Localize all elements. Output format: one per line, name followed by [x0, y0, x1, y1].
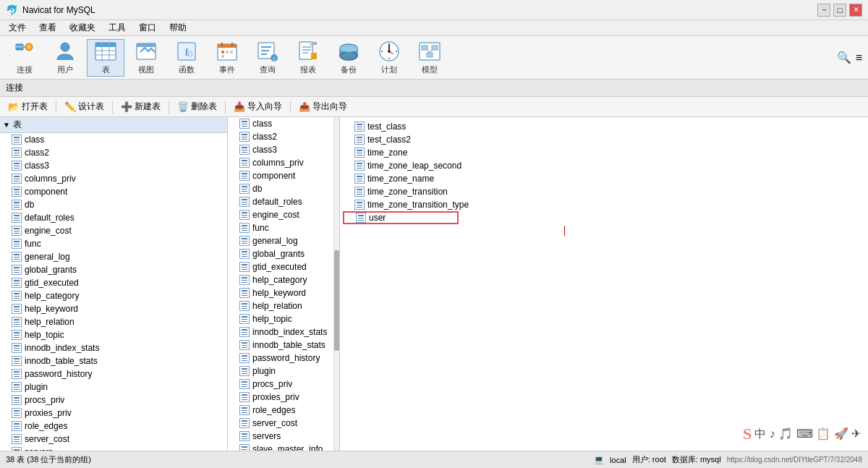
user-table-item[interactable]: user	[343, 211, 459, 224]
table-item-icon	[354, 200, 365, 210]
open-table-button[interactable]: 📂 打开表	[3, 99, 53, 115]
list-item[interactable]: role_edges	[228, 404, 339, 417]
list-item[interactable]: time_zone_name	[343, 172, 459, 185]
maximize-button[interactable]: □	[833, 4, 846, 17]
list-item[interactable]: time_zone	[343, 146, 459, 159]
toolbar-event[interactable]: 事件	[208, 39, 246, 77]
list-item[interactable]: class2	[228, 130, 339, 143]
list-item[interactable]: global_grants	[0, 263, 227, 276]
list-item[interactable]: general_log	[228, 234, 339, 247]
list-item[interactable]: class	[228, 117, 339, 130]
filter-button[interactable]: ≡	[856, 51, 862, 64]
titlebar-controls[interactable]: － □ ✕	[817, 4, 862, 17]
menu-tools[interactable]: 工具	[103, 20, 132, 35]
toolbar-func[interactable]: f () 函数	[168, 39, 205, 77]
list-item[interactable]: innodb_table_stats	[228, 339, 339, 352]
list-item[interactable]: class2	[0, 146, 227, 159]
menu-view[interactable]: 查看	[33, 20, 62, 35]
list-item[interactable]: db	[0, 198, 227, 211]
search-button[interactable]: 🔍	[837, 51, 851, 64]
list-item[interactable]: test_class	[343, 120, 459, 133]
list-item[interactable]: help_keyword	[0, 302, 227, 315]
list-item[interactable]: server_cost	[0, 433, 227, 446]
list-item[interactable]: columns_priv	[228, 156, 339, 169]
list-item[interactable]: default_roles	[228, 195, 339, 208]
list-item[interactable]: db	[228, 182, 339, 195]
list-item[interactable]: plugin	[0, 380, 227, 393]
list-item[interactable]: help_relation	[0, 315, 227, 328]
menu-favorites[interactable]: 收藏夹	[64, 20, 101, 35]
toolbar-backup[interactable]: 备份	[330, 39, 367, 77]
list-item[interactable]: component	[0, 185, 227, 198]
list-item[interactable]: func	[228, 221, 339, 234]
toolbar-schedule[interactable]: 计划	[370, 39, 408, 77]
action-sep-5	[290, 101, 291, 114]
list-item[interactable]: help_category	[0, 289, 227, 302]
close-button[interactable]: ✕	[849, 4, 862, 17]
list-item[interactable]: class3	[228, 143, 339, 156]
toolbar-query[interactable]: ! 查询	[249, 39, 286, 77]
export-wizard-button[interactable]: 📤 导出向导	[294, 99, 352, 115]
list-item[interactable]: test_class2	[343, 133, 459, 146]
list-item[interactable]: class3	[0, 159, 227, 172]
toolbar: 连接 用户 表	[0, 36, 868, 80]
mid-scrollbar[interactable]	[333, 117, 339, 451]
user-icon	[54, 40, 77, 63]
toolbar-view[interactable]: 视图	[127, 39, 165, 77]
list-item[interactable]: func	[0, 237, 227, 250]
svg-rect-53	[427, 53, 433, 57]
list-item[interactable]: component	[228, 169, 339, 182]
list-item[interactable]: innodb_index_stats	[0, 341, 227, 354]
list-item[interactable]: help_keyword	[228, 286, 339, 299]
list-item[interactable]: innodb_index_stats	[228, 326, 339, 339]
toolbar-user-label: 用户	[57, 64, 73, 75]
list-item[interactable]: time_zone_transition_type	[343, 198, 459, 211]
list-item[interactable]: server_cost	[228, 417, 339, 430]
minimize-button[interactable]: －	[817, 4, 830, 17]
list-item[interactable]: help_relation	[228, 299, 339, 312]
list-item[interactable]: help_topic	[228, 312, 339, 326]
list-item[interactable]: gtid_executed	[228, 260, 339, 273]
design-table-button[interactable]: ✏️ 设计表	[59, 99, 109, 115]
menu-window[interactable]: 窗口	[133, 20, 162, 35]
list-item[interactable]: procs_priv	[0, 393, 227, 407]
table-item-icon	[12, 408, 22, 418]
list-item[interactable]: general_log	[0, 250, 227, 263]
list-item[interactable]: servers	[228, 430, 339, 443]
list-item[interactable]: servers	[0, 446, 227, 451]
list-item[interactable]: password_history	[228, 352, 339, 365]
list-item[interactable]: columns_priv	[0, 172, 227, 185]
list-item[interactable]: innodb_table_stats	[0, 354, 227, 367]
collapse-arrow[interactable]: ▼	[3, 121, 10, 129]
list-item[interactable]: time_zone_leap_second	[343, 159, 459, 172]
list-item[interactable]: time_zone_transition	[343, 185, 459, 198]
list-item[interactable]: proxies_priv	[0, 407, 227, 420]
list-item[interactable]: engine_cost	[228, 208, 339, 221]
toolbar-model[interactable]: 模型	[411, 39, 448, 77]
toolbar-user[interactable]: 用户	[46, 39, 84, 77]
table-item-icon	[239, 132, 250, 142]
list-item[interactable]: proxies_priv	[228, 391, 339, 404]
list-item[interactable]: procs_priv	[228, 378, 339, 391]
toolbar-table[interactable]: 表	[87, 39, 124, 77]
list-item[interactable]: engine_cost	[0, 224, 227, 237]
toolbar-connect[interactable]: 连接	[6, 39, 43, 77]
list-item[interactable]: class	[0, 133, 227, 146]
list-item[interactable]: help_category	[228, 273, 339, 286]
list-item[interactable]: plugin	[228, 365, 339, 378]
menu-help[interactable]: 帮助	[163, 20, 192, 35]
new-table-button[interactable]: ➕ 新建表	[116, 99, 166, 115]
scrollbar-thumb[interactable]	[334, 250, 339, 350]
table-item-icon	[239, 340, 250, 350]
import-wizard-button[interactable]: 📥 导入向导	[229, 99, 287, 115]
menu-file[interactable]: 文件	[3, 20, 32, 35]
list-item[interactable]: global_grants	[228, 247, 339, 260]
list-item[interactable]: default_roles	[0, 211, 227, 224]
list-item[interactable]: slave_master_info	[228, 443, 339, 451]
list-item[interactable]: role_edges	[0, 420, 227, 433]
list-item[interactable]: gtid_executed	[0, 276, 227, 289]
toolbar-report[interactable]: 报表	[289, 39, 327, 77]
list-item[interactable]: password_history	[0, 367, 227, 380]
list-item[interactable]: help_topic	[0, 328, 227, 341]
delete-table-button[interactable]: 🗑️ 删除表	[172, 99, 222, 115]
